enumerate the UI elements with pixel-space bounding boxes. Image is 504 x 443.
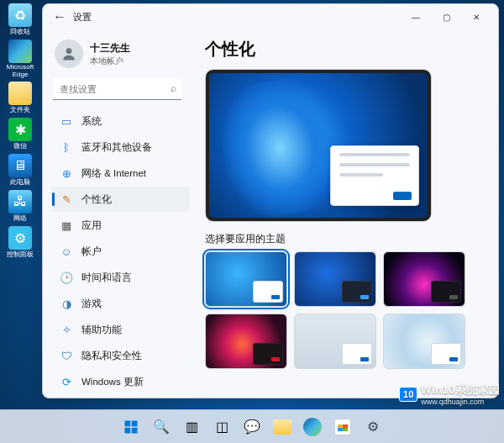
apps-icon: ▦ [60,219,73,232]
theme-option-6[interactable] [383,314,465,369]
nav-label: 隐私和安全性 [81,350,142,362]
taskbar-widgets[interactable]: ◫ [209,414,234,440]
shield-icon: 🛡 [60,349,73,362]
main-content: 个性化 选择要应用的主题 [190,29,498,398]
desktop-icon-column: ♻回收站 Microsoft Edge 文件夹 ✱微信 🖥此电脑 🖧网络 ⚙控制… [3,3,37,259]
nav-label: 辅助功能 [81,324,122,336]
watermark-url: www.qdhuajin.com [421,398,501,406]
nav-system[interactable]: ▭系统 [51,108,190,134]
nav-label: Windows 更新 [81,376,144,388]
nav-gaming[interactable]: ◑游戏 [51,291,190,316]
search-box[interactable]: ⌕ [53,78,181,100]
nav-label: 应用 [81,219,102,232]
nav-bluetooth[interactable]: ᛒ蓝牙和其他设备 [51,134,190,160]
bluetooth-icon: ᛒ [60,140,73,154]
nav-label: 游戏 [81,298,102,310]
update-icon: ⟳ [60,375,73,388]
network-icon: ⊕ [60,166,73,180]
svg-rect-3 [125,427,131,433]
svg-rect-1 [125,420,131,426]
maximize-button[interactable]: ▢ [431,5,461,29]
nav-privacy[interactable]: 🛡隐私和安全性 [51,343,190,368]
nav-apps[interactable]: ▦应用 [51,213,190,238]
search-icon: ⌕ [171,82,176,94]
desktop-icon-label: 微信 [13,141,27,150]
taskbar-chat[interactable]: 💬 [239,414,265,440]
taskbar-search[interactable]: 🔍 [149,414,174,440]
minimize-button[interactable]: — [401,5,431,29]
brush-icon: ✎ [60,192,73,206]
search-input[interactable] [53,78,181,100]
desktop-icon-label: 文件夹 [10,105,30,114]
preview-window-mockup [330,145,419,206]
user-type: 本地帐户 [90,55,130,67]
system-icon: ▭ [60,114,73,128]
theme-option-3[interactable] [383,251,465,307]
nav-network[interactable]: ⊕网络 & Internet [51,161,190,186]
taskbar-settings[interactable]: ⚙ [360,414,386,440]
watermark: 10 Win10系统家园 www.qdhuajin.com [399,382,501,406]
desktop-icon-label: 此电脑 [10,177,30,187]
back-button[interactable]: ← [50,9,70,24]
close-button[interactable]: ✕ [461,5,491,29]
desktop-icon-control-panel[interactable]: ⚙控制面板 [3,226,37,259]
taskbar-task-view[interactable]: ▥ [179,414,204,440]
user-name: 十三先生 [90,41,130,55]
clock-icon: 🕑 [60,271,73,284]
nav-personalization[interactable]: ✎个性化 [51,187,190,212]
taskbar-edge[interactable] [300,414,325,440]
nav-time-language[interactable]: 🕑时间和语言 [51,265,190,290]
start-button[interactable] [118,414,144,440]
gaming-icon: ◑ [60,297,73,310]
theme-preview[interactable] [205,69,432,222]
nav-label: 网络 & Internet [81,167,146,180]
nav-label: 帐户 [81,245,102,258]
svg-rect-4 [132,427,138,433]
taskbar-store[interactable] [330,414,355,440]
desktop-icon-label: 控制面板 [7,250,34,259]
desktop-icon-edge[interactable]: Microsoft Edge [3,40,37,78]
themes-section-label: 选择要应用的主题 [205,232,485,246]
nav-list: ▭系统 ᛒ蓝牙和其他设备 ⊕网络 & Internet ✎个性化 ▦应用 ☺帐户… [51,108,190,394]
theme-option-5[interactable] [294,314,376,369]
titlebar[interactable]: ← 设置 — ▢ ✕ [43,4,498,29]
window-title: 设置 [73,11,92,24]
desktop-icon-network[interactable]: 🖧网络 [3,190,37,223]
nav-label: 时间和语言 [81,272,132,284]
page-title: 个性化 [205,38,485,61]
desktop-icon-wechat[interactable]: ✱微信 [3,118,37,150]
theme-grid [205,251,485,369]
theme-option-4[interactable] [205,314,287,369]
nav-label: 个性化 [81,193,112,206]
svg-rect-2 [132,420,138,426]
desktop-icon-label: 回收站 [10,27,30,36]
settings-window: ← 设置 — ▢ ✕ 十三先生 本地帐户 ⌕ ▭系统 ᛒ蓝牙 [42,3,499,398]
taskbar-explorer[interactable] [270,414,295,440]
taskbar[interactable]: 🔍 ▥ ◫ 💬 ⚙ [0,409,504,443]
desktop-icon-label: 网络 [13,214,27,223]
nav-windows-update[interactable]: ⟳Windows 更新 [51,369,190,394]
nav-label: 系统 [81,115,102,128]
accessibility-icon: ✧ [60,323,73,336]
desktop-icon-recycle-bin[interactable]: ♻回收站 [3,3,37,36]
svg-point-0 [66,48,72,54]
desktop-icon-folder[interactable]: 文件夹 [3,82,37,114]
desktop-icon-this-pc[interactable]: 🖥此电脑 [3,154,37,187]
sidebar: 十三先生 本地帐户 ⌕ ▭系统 ᛒ蓝牙和其他设备 ⊕网络 & Internet … [43,29,190,398]
watermark-badge: 10 [399,387,417,402]
avatar-icon [55,40,83,68]
watermark-title: Win10系统家园 [421,383,501,396]
nav-label: 蓝牙和其他设备 [81,141,152,154]
theme-option-1[interactable] [205,251,287,307]
account-icon: ☺ [60,245,73,258]
desktop-icon-label: Microsoft Edge [3,63,37,78]
nav-accounts[interactable]: ☺帐户 [51,239,190,264]
nav-accessibility[interactable]: ✧辅助功能 [51,317,190,342]
user-block[interactable]: 十三先生 本地帐户 [51,34,190,76]
theme-option-2[interactable] [294,251,376,307]
